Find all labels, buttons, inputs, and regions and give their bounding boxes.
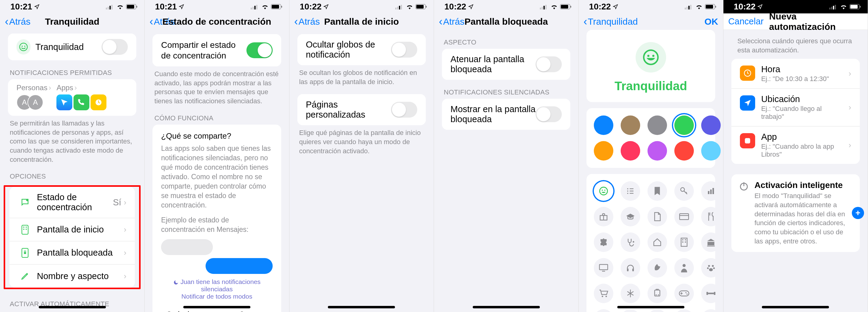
allowed-people[interactable]: Personas› A A [17,83,51,110]
lock-screen-icon [21,248,29,258]
face-icon[interactable] [594,181,613,201]
back-button[interactable]: ‹Atrás [294,16,320,27]
cart-icon[interactable] [594,284,613,303]
grad-icon[interactable] [621,207,640,227]
color-swatch[interactable] [701,115,721,135]
dim-lock-toggle[interactable] [535,56,562,72]
lock-screen-row[interactable]: Pantalla bloqueada › [9,241,135,265]
scissors2-icon[interactable] [674,309,694,312]
battery-icon [849,4,862,10]
home-icon[interactable] [648,233,667,252]
focus-status-row[interactable]: Estado de concentración Sí › [9,187,135,218]
home-screen-row[interactable]: Pantalla de inicio › [9,218,135,241]
card-icon[interactable] [674,207,694,227]
row-label: Nombre y aspecto [37,271,124,281]
svg-rect-38 [561,5,568,8]
chevron-right-icon: › [124,198,127,207]
briefcase-icon[interactable] [621,309,640,312]
puzzle-icon[interactable] [594,233,613,252]
svg-point-51 [602,189,603,191]
bookmark-icon[interactable] [648,181,667,201]
headphones-icon[interactable] [621,258,640,278]
tram-icon[interactable] [648,284,667,303]
svg-point-7 [20,43,27,51]
display-icon[interactable] [594,258,613,278]
leaf-icon[interactable] [648,258,667,278]
app-icon [91,95,106,110]
stroller-icon[interactable] [701,309,721,312]
trigger-location-row[interactable]: Ubicación Ej.: "Cuando llego al trabajo"… [732,89,860,127]
hide-badges-toggle[interactable] [391,42,417,58]
svg-rect-65 [680,214,689,220]
key-icon[interactable] [674,181,694,201]
share-status-toggle[interactable] [246,42,273,58]
svg-rect-62 [712,188,714,194]
svg-rect-15 [23,229,24,230]
doc-icon[interactable] [648,207,667,227]
cancel-label: Cancelar [728,16,764,27]
add-smart-button[interactable]: + [852,207,864,219]
home-indicator[interactable] [473,306,540,308]
wifi-icon [261,4,269,9]
home-indicator[interactable] [617,306,684,308]
color-swatch[interactable] [648,141,667,161]
steth-icon[interactable] [621,233,640,252]
home-indicator[interactable] [39,306,106,308]
color-swatch[interactable] [594,115,613,135]
home-indicator[interactable] [328,306,395,308]
row-label: Compartir el estado de concentración [161,40,246,61]
paw-icon[interactable] [701,258,721,278]
focus-name-field[interactable]: Tranquilidad [587,76,715,93]
svg-rect-110 [745,138,750,143]
utensils-icon[interactable] [701,207,721,227]
color-swatch[interactable] [674,115,694,135]
back-button[interactable]: ‹ Atrás [5,16,31,27]
focus-enable-toggle[interactable] [101,39,128,55]
name-aspect-row[interactable]: Nombre y aspecto › [9,265,135,288]
show-on-lock-toggle[interactable] [535,106,562,122]
color-swatch[interactable] [594,141,613,161]
fire-icon[interactable] [594,309,613,312]
back-label: Atrás [299,16,320,27]
svg-point-11 [26,199,29,201]
home-indicator[interactable] [183,306,250,308]
back-button[interactable]: ‹Tranquilidad [584,16,638,27]
custom-pages-toggle[interactable] [391,102,417,117]
trigger-time-row[interactable]: Hora Ej.: "De 10:30 a 12:30" › [732,59,860,89]
svg-rect-6 [136,6,137,8]
game-icon[interactable] [674,284,694,303]
ok-button[interactable]: OK [705,16,718,27]
nav-title: Nueva automatización [769,11,863,32]
back-button[interactable]: ‹Atrás [150,16,175,27]
svg-rect-70 [685,239,686,240]
chart-icon[interactable] [701,181,721,201]
scissors-icon[interactable] [648,309,667,312]
color-swatch[interactable] [648,115,667,135]
cancel-button[interactable]: Cancelar [728,16,764,27]
battery-icon [560,4,572,10]
color-swatch[interactable] [621,115,640,135]
color-swatch[interactable] [674,141,694,161]
svg-rect-18 [24,252,26,254]
bank-icon[interactable] [701,233,721,252]
gift-icon[interactable] [594,207,613,227]
trigger-app-row[interactable]: App Ej.: "Cuando abro la app Libros" › [732,127,860,164]
allowed-apps[interactable]: Apps› [56,83,106,110]
color-swatch[interactable] [701,141,721,161]
name-card: Tranquilidad [587,30,715,102]
chat-status-icon [21,198,30,207]
status-time: 10:22 [734,2,756,11]
snow-icon[interactable] [621,284,640,303]
people-label: Personas [17,83,47,92]
dumbbell-icon[interactable] [701,284,721,303]
home-indicator[interactable] [762,306,829,308]
svg-point-86 [656,294,657,296]
building-icon[interactable] [674,233,694,252]
person-icon[interactable] [674,258,694,278]
list-icon[interactable] [621,181,640,201]
color-swatch[interactable] [621,141,640,161]
back-button[interactable]: ‹Atrás [439,16,465,27]
svg-rect-19 [251,8,252,9]
smart-activation-card[interactable]: Activación inteligente El modo "Tranquil… [732,174,860,252]
status-time: 10:22 [444,2,466,11]
